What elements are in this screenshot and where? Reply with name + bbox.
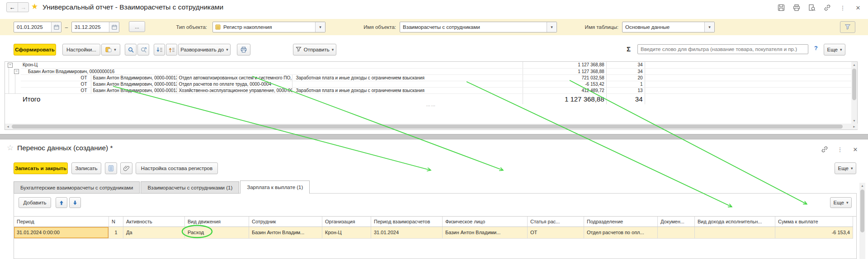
table-row[interactable]: ОТ Базин Антон Владимирович, 0000-00013 …: [5, 74, 852, 81]
col-movement-type[interactable]: Вид движения: [185, 217, 249, 227]
scroll-left-icon[interactable]: ◄: [5, 124, 11, 130]
period-from-field[interactable]: 01.01.2025: [14, 22, 61, 32]
help-button[interactable]: ?: [814, 45, 818, 51]
cell-document[interactable]: [658, 227, 695, 238]
table-name-combo[interactable]: Основные данные ▾: [622, 22, 715, 32]
vscroll-thumb[interactable]: [860, 190, 864, 232]
report-more-button[interactable]: Еще ▾: [824, 44, 845, 56]
chevron-down-icon[interactable]: ▾: [547, 22, 557, 32]
link-icon[interactable]: [820, 145, 829, 153]
col-employee[interactable]: Сотрудник: [249, 217, 322, 227]
col-settlement-period[interactable]: Период взаиморасчетов: [371, 217, 443, 227]
add-row-button[interactable]: Добавить: [19, 197, 51, 208]
filter-funnel-button[interactable]: [840, 21, 855, 33]
col-department[interactable]: Подразделение: [584, 217, 658, 227]
chevron-down-icon[interactable]: ▾: [315, 22, 325, 32]
cell-amount[interactable]: -6 153,4: [775, 227, 853, 238]
object-name-combo[interactable]: Взаиморасчеты с сотрудниками ▾: [400, 22, 557, 32]
calendar-icon[interactable]: [109, 22, 119, 32]
expand-to-button[interactable]: Разворачивать до ▾: [178, 44, 231, 56]
generate-button[interactable]: Сформировать: [14, 44, 56, 56]
tab-accounting-settlements[interactable]: Бухгалтерские взаиморасчеты с сотрудника…: [14, 181, 140, 194]
scroll-down-icon[interactable]: ▼: [851, 118, 857, 124]
col-organization[interactable]: Организация: [322, 217, 371, 227]
splitter-handle[interactable]: ⋯⋯: [426, 103, 436, 108]
register-records-icon[interactable]: [105, 162, 117, 174]
col-person[interactable]: Физическое лицо: [443, 217, 528, 227]
scroll-right-icon[interactable]: ►: [851, 124, 857, 130]
cell-settlement-period[interactable]: 31.01.2024: [371, 227, 443, 238]
col-income-type[interactable]: Вид дохода исполнительн...: [695, 217, 775, 227]
scroll-up-icon[interactable]: ▲: [859, 183, 865, 189]
cell-period[interactable]: 31.01.2024 0:00:00: [14, 227, 109, 238]
vscroll-thumb[interactable]: [852, 69, 856, 100]
table-row[interactable]: − Базин Антон Владимирович, 0000000016 1…: [5, 68, 852, 74]
report-variants-button[interactable]: ▾: [101, 44, 120, 56]
grid-data-row[interactable]: 31.01.2024 0:00:00 1 Да Расход Базин Ант…: [14, 227, 853, 239]
window-separator[interactable]: [0, 134, 868, 139]
collapse-toggle[interactable]: −: [14, 69, 19, 74]
link-icon[interactable]: [823, 4, 832, 12]
send-button[interactable]: Отправить ▾: [293, 44, 336, 56]
close-icon[interactable]: ✕: [854, 4, 863, 12]
cell-n[interactable]: 1: [109, 227, 123, 238]
chevron-down-icon[interactable]: ▾: [704, 22, 714, 32]
print-preview-icon[interactable]: [807, 4, 816, 12]
col-activity[interactable]: Активность: [123, 217, 185, 227]
report-vscrollbar[interactable]: ▲ ▼: [851, 62, 857, 124]
print-icon[interactable]: [792, 4, 801, 12]
print-report-icon[interactable]: [237, 44, 250, 56]
move-down-icon[interactable]: [69, 197, 81, 208]
quick-filter-input[interactable]: [637, 44, 808, 54]
scroll-up-icon[interactable]: ▲: [851, 62, 857, 68]
total-row[interactable]: Итого 1 127 368,88 34: [5, 93, 852, 104]
sigma-icon[interactable]: Σ: [627, 45, 631, 53]
col-document[interactable]: Докумен...: [658, 217, 695, 227]
cell-income-type[interactable]: [695, 227, 775, 238]
cell-organization[interactable]: Крон-Ц: [322, 227, 371, 238]
cell-employee[interactable]: Базин Антон Владим...: [249, 227, 322, 238]
period-to-field[interactable]: 31.12.2025: [71, 22, 119, 32]
forward-button[interactable]: →: [18, 3, 28, 12]
save-button[interactable]: Записать: [71, 162, 101, 174]
save-and-close-button[interactable]: Записать и закрыть: [14, 162, 68, 174]
favorite-star-icon[interactable]: ★: [31, 2, 38, 11]
report-hscrollbar[interactable]: ◄ ►: [5, 124, 858, 130]
table-row[interactable]: − Крон-Ц 1 127 368,88 34: [5, 62, 852, 68]
cell-expense-item[interactable]: ОТ: [528, 227, 584, 238]
favorite-star-outline-icon[interactable]: ☆: [7, 143, 14, 153]
close-icon[interactable]: ✕: [851, 145, 860, 153]
tab-salary-payable[interactable]: Зарплата к выплате (1): [240, 180, 310, 194]
col-expense-item[interactable]: Статья рас...: [528, 217, 584, 227]
kebab-menu-icon[interactable]: ⋮: [838, 4, 847, 12]
calendar-icon[interactable]: [51, 22, 61, 32]
cell-movement-type[interactable]: Расход: [185, 227, 249, 238]
expand-groups-icon[interactable]: [154, 44, 165, 56]
table-row[interactable]: ОТ Базин Антон Владимирович, 0000-00013 …: [5, 87, 852, 93]
tab-settlements[interactable]: Взаиморасчеты с сотрудниками (1): [141, 181, 239, 194]
col-amount[interactable]: Сумма к выплате: [775, 217, 853, 227]
col-n[interactable]: N: [109, 217, 123, 227]
cell-activity[interactable]: Да: [123, 227, 185, 238]
settings-button[interactable]: Настройки...: [62, 44, 100, 56]
kebab-menu-icon[interactable]: ⋮: [835, 145, 844, 153]
registers-setup-button[interactable]: Настройка состава регистров: [136, 162, 218, 174]
period-more-button[interactable]: ...: [129, 21, 145, 32]
cell-person[interactable]: Базин Антон Владими...: [443, 227, 528, 238]
attachment-paperclip-icon[interactable]: [120, 162, 132, 174]
hscroll-thumb[interactable]: [12, 125, 843, 129]
search-next-icon[interactable]: [137, 44, 149, 56]
collapse-groups-icon[interactable]: [166, 44, 177, 56]
col-period[interactable]: Период: [14, 217, 109, 227]
move-up-icon[interactable]: [56, 197, 67, 208]
object-type-combo[interactable]: Регистр накопления ▾: [212, 22, 326, 32]
table-row[interactable]: ОТ Базин Антон Владимирович, 0000-00013 …: [5, 81, 852, 87]
save-icon[interactable]: [777, 4, 786, 12]
collapse-toggle[interactable]: −: [8, 63, 13, 68]
transfer-vscrollbar[interactable]: ▲: [859, 183, 865, 259]
grid-more-button[interactable]: Еще ▾: [830, 197, 852, 208]
cell-department[interactable]: Отдел расчетов по опл...: [584, 227, 658, 238]
search-icon[interactable]: [125, 44, 137, 56]
back-button[interactable]: ←: [7, 3, 18, 12]
transfer-more-button[interactable]: Еще ▾: [835, 162, 856, 174]
